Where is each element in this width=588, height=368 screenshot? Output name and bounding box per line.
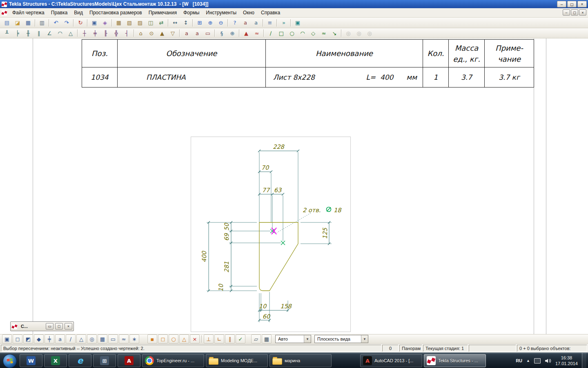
- hole-note[interactable]: 2 отв. 18: [303, 207, 342, 213]
- plate-outline[interactable]: [259, 222, 298, 291]
- snap-extension-icon[interactable]: ∟: [214, 334, 224, 343]
- snap-nearest-icon[interactable]: ○: [169, 334, 178, 343]
- select-all-icon[interactable]: ∗: [129, 334, 139, 343]
- weld-mark-icon[interactable]: ▲: [157, 29, 167, 38]
- dim-combine-icon[interactable]: ╪: [90, 29, 100, 38]
- open-model-icon[interactable]: ▤: [2, 18, 12, 27]
- dim-label-125[interactable]: 125: [322, 227, 328, 239]
- volume-icon[interactable]: [545, 358, 551, 364]
- bolt-mark-icon[interactable]: ⊙: [147, 29, 156, 38]
- draw-arc-icon[interactable]: ◠: [298, 29, 307, 38]
- snap-any-icon[interactable]: △: [179, 334, 189, 343]
- language-indicator[interactable]: RU: [516, 358, 522, 363]
- zoom-in-icon[interactable]: ⊕: [205, 18, 215, 27]
- menu-item[interactable]: Окно: [240, 9, 258, 17]
- select-filter-drawing-icon[interactable]: ◎: [343, 29, 353, 38]
- taskbar-button-word[interactable]: W: [20, 354, 42, 367]
- select-cloud-icon[interactable]: ≈: [119, 334, 129, 343]
- dim-label-69[interactable]: 69: [223, 233, 230, 241]
- taskbar-button-excel[interactable]: X: [44, 354, 67, 367]
- draw-rectangle-icon[interactable]: □: [276, 29, 286, 38]
- zoom-window-icon[interactable]: ⊞: [195, 18, 205, 27]
- dim-label-281[interactable]: 281: [223, 261, 230, 273]
- part-mark-icon[interactable]: ⌂: [136, 29, 146, 38]
- mini-maximize-button[interactable]: ◻: [55, 323, 63, 330]
- hole-marks[interactable]: [270, 229, 285, 245]
- print-drawing-icon[interactable]: ▥: [37, 18, 47, 27]
- table-layout-icon[interactable]: ▨: [135, 18, 145, 27]
- dim-angle-icon[interactable]: △: [66, 29, 76, 38]
- taskbar-button-chrome-topengineer[interactable]: TopEngineer.ru - ...: [142, 354, 204, 367]
- dim-curved-icon[interactable]: ◠: [55, 29, 65, 38]
- dim-label-70[interactable]: 70: [261, 164, 270, 171]
- ghost-outline-icon[interactable]: ▱: [251, 334, 261, 343]
- menu-item[interactable]: Простановка размеров: [86, 9, 145, 17]
- mini-restore-button[interactable]: ▭: [46, 323, 53, 330]
- next-window-icon[interactable]: »: [279, 18, 289, 27]
- menu-item[interactable]: Примечания: [145, 9, 180, 17]
- text-annotate-icon[interactable]: а: [241, 18, 250, 27]
- revision-cloud-icon[interactable]: ≈: [252, 29, 262, 38]
- mdi-restore-button[interactable]: ◻: [571, 9, 578, 16]
- show-hidden-icons[interactable]: ▲: [526, 359, 530, 363]
- align-views-icon[interactable]: ◫: [146, 18, 156, 27]
- select-symbol-icon[interactable]: ◎: [87, 334, 97, 343]
- redo-icon[interactable]: ↷: [62, 18, 71, 27]
- screen-capture-icon[interactable]: ▣: [293, 18, 303, 27]
- interrupt-icon[interactable]: ↻: [76, 18, 85, 27]
- snap-reference-icon[interactable]: ▪: [147, 334, 157, 343]
- snap-plane-combo[interactable]: Плоскость вида ▼: [314, 335, 368, 343]
- dim-label-10-left[interactable]: 10: [218, 283, 224, 292]
- select-view-icon[interactable]: ▭: [108, 334, 118, 343]
- view-properties-icon[interactable]: ▧: [125, 18, 134, 27]
- display-settings-icon[interactable]: [534, 358, 541, 364]
- open-drawing-icon[interactable]: ◪: [13, 18, 22, 27]
- save-drawing-icon[interactable]: ▦: [23, 18, 33, 27]
- move-view-icon[interactable]: ↕: [181, 18, 191, 27]
- dim-label-400[interactable]: 400: [201, 250, 207, 262]
- mdi-close-button[interactable]: ×: [579, 9, 586, 16]
- select-mark-icon[interactable]: ◆: [34, 334, 44, 343]
- text-edit-icon[interactable]: а: [251, 18, 261, 27]
- dwg-link-icon[interactable]: ⊕: [227, 29, 237, 38]
- parts-table[interactable]: Поз. Обозначение Наименование Кол. Масса…: [82, 39, 534, 88]
- draw-polyline-icon[interactable]: ≈: [319, 29, 329, 38]
- dim-horizontal-icon[interactable]: ╨: [2, 29, 12, 38]
- menu-item[interactable]: Инструменты: [203, 9, 240, 17]
- menu-item[interactable]: Правка: [48, 9, 71, 17]
- snap-perpendicular-icon[interactable]: ⊥: [204, 334, 214, 343]
- context-help-icon[interactable]: ?: [230, 18, 240, 27]
- snap-parallel-icon[interactable]: ∥: [225, 334, 235, 343]
- taskbar-button-autocad[interactable]: AAutoCAD 2013 - [...: [360, 354, 422, 367]
- update-marks-icon[interactable]: ⇄: [156, 18, 166, 27]
- select-grid-icon[interactable]: ▦: [98, 334, 107, 343]
- snap-none-icon[interactable]: ×: [190, 334, 200, 343]
- taskbar-button-tekla-structures[interactable]: Tekla Structures - ...: [424, 354, 486, 367]
- snap-depth-combo[interactable]: Авто ▼: [275, 335, 311, 343]
- snap-geometry-icon[interactable]: ◻: [158, 334, 168, 343]
- dim-group-icon[interactable]: ╬: [111, 29, 121, 38]
- mdi-minimize-button[interactable]: –: [563, 9, 570, 16]
- start-button[interactable]: [3, 354, 17, 368]
- select-weld-icon[interactable]: △: [76, 334, 86, 343]
- grid-properties-icon[interactable]: ▦: [114, 18, 124, 27]
- drawing-properties-icon[interactable]: ▣: [89, 18, 99, 27]
- dim-edit-icon[interactable]: ┤: [122, 29, 132, 38]
- draw-arrow-icon[interactable]: ↘: [330, 29, 339, 38]
- taskbar-button-internet-explorer[interactable]: e: [69, 354, 91, 367]
- dim-orthogonal-icon[interactable]: ╫: [23, 29, 33, 38]
- dim-label-158[interactable]: 158: [280, 303, 292, 310]
- clock[interactable]: 16:38 17.01.2014: [555, 355, 578, 367]
- select-dimension-icon[interactable]: ╪: [45, 334, 54, 343]
- select-filter-parts-icon[interactable]: ◎: [354, 29, 364, 38]
- chevron-down-icon[interactable]: ▼: [361, 335, 368, 343]
- dim-label-77[interactable]: 77: [262, 187, 270, 193]
- show-frames-icon[interactable]: ▦: [262, 334, 272, 343]
- minimized-drawing-window[interactable]: С... ▭ ◻ ×: [10, 321, 74, 331]
- taskbar-button-folder-modeling[interactable]: Modeling МОДЕ...: [206, 354, 268, 367]
- dim-add-point-icon[interactable]: ┼: [80, 29, 89, 38]
- revision-mark-icon[interactable]: ▲: [241, 29, 251, 38]
- close-button[interactable]: ×: [577, 1, 587, 7]
- dim-label-60[interactable]: 60: [263, 313, 271, 320]
- dim-vertical-icon[interactable]: ╞: [13, 29, 22, 38]
